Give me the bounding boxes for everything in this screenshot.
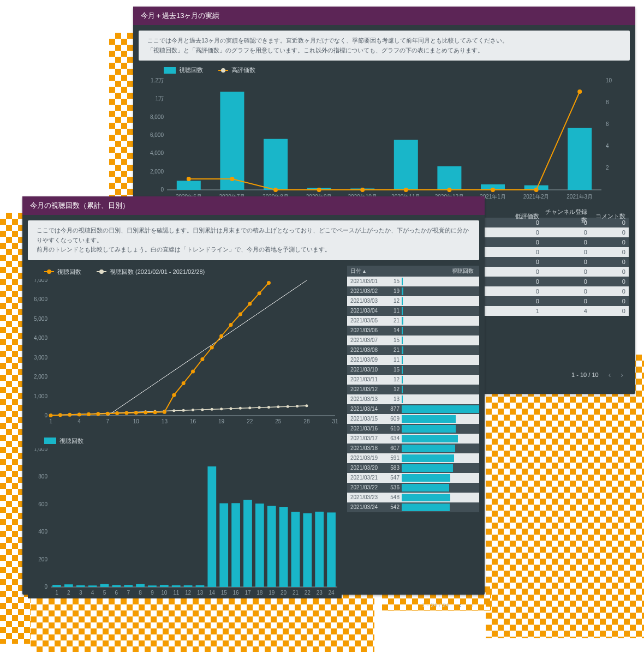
bar[interactable]	[184, 585, 193, 587]
bar[interactable]	[264, 139, 288, 190]
data-point[interactable]	[182, 409, 185, 411]
data-point[interactable]	[220, 408, 223, 410]
data-point[interactable]	[248, 406, 251, 409]
table-row[interactable]: 2021/03/0715	[347, 336, 479, 345]
pager-prev-icon[interactable]: ‹	[459, 601, 462, 609]
legend-item-current[interactable]: 視聴回数	[44, 268, 81, 276]
data-point[interactable]	[192, 409, 194, 411]
table-row[interactable]: 2021/03/16610	[347, 424, 479, 434]
bar[interactable]	[437, 166, 461, 190]
bar[interactable]	[207, 466, 216, 587]
table-row[interactable]: 2021/03/0821	[347, 345, 479, 355]
data-point[interactable]	[267, 281, 271, 285]
data-point[interactable]	[534, 188, 539, 192]
table-row[interactable]: 2021/03/15609	[347, 414, 479, 424]
bar[interactable]	[76, 585, 85, 587]
data-point[interactable]	[191, 369, 195, 373]
data-point[interactable]	[273, 188, 278, 192]
data-point[interactable]	[577, 89, 582, 94]
bar[interactable]	[255, 504, 264, 587]
data-point[interactable]	[182, 381, 186, 385]
data-point[interactable]	[360, 188, 365, 192]
data-point[interactable]	[200, 357, 204, 361]
bar[interactable]	[100, 584, 109, 586]
table-row[interactable]: 2021/03/0521	[347, 316, 479, 326]
bar[interactable]	[291, 512, 300, 587]
bar[interactable]	[177, 181, 201, 190]
table-row[interactable]: 2021/03/0411	[347, 306, 479, 316]
data-point[interactable]	[267, 406, 270, 409]
data-point[interactable]	[238, 312, 242, 316]
bar[interactable]	[279, 507, 288, 587]
table-row[interactable]: 2021/03/1112	[347, 375, 479, 385]
table-row[interactable]: 2021/03/0219	[347, 286, 479, 296]
data-point[interactable]	[58, 413, 62, 417]
bar[interactable]	[88, 585, 97, 587]
table-row[interactable]: 2021/03/20583	[347, 463, 479, 473]
table-row[interactable]: 2021/03/23548	[347, 493, 479, 502]
data-point[interactable]	[77, 412, 81, 416]
bar[interactable]	[172, 585, 181, 587]
data-point[interactable]	[258, 291, 261, 295]
data-point[interactable]	[144, 410, 147, 414]
bar[interactable]	[124, 585, 133, 587]
data-point[interactable]	[447, 188, 451, 192]
table-row[interactable]: 2021/03/1212	[347, 385, 479, 394]
legend-item-previous[interactable]: .lg:nth-child(2) .swatch-line::after{bac…	[97, 268, 205, 276]
table-row[interactable]: 2021/03/24542	[347, 502, 479, 512]
col-header-views[interactable]: 視聴回数	[393, 267, 479, 275]
bar[interactable]	[52, 585, 61, 587]
legend-item-views[interactable]: 視聴回数	[164, 66, 203, 74]
data-point[interactable]	[230, 177, 234, 181]
data-point[interactable]	[248, 302, 252, 305]
bar[interactable]	[231, 503, 240, 587]
bar[interactable]	[196, 585, 205, 587]
data-point[interactable]	[287, 405, 289, 408]
table-row[interactable]: 2021/03/0614	[347, 326, 479, 336]
bar[interactable]	[315, 512, 324, 587]
data-point[interactable]	[239, 407, 242, 410]
data-point[interactable]	[153, 410, 157, 414]
data-point[interactable]	[404, 188, 408, 192]
data-point[interactable]	[229, 407, 232, 410]
data-point[interactable]	[96, 412, 100, 416]
data-point[interactable]	[305, 404, 308, 407]
bar[interactable]	[568, 128, 592, 190]
data-point[interactable]	[124, 411, 128, 415]
bar[interactable]	[219, 503, 228, 586]
bar[interactable]	[160, 585, 169, 587]
table-row[interactable]: 2021/03/0312	[347, 296, 479, 306]
data-point[interactable]	[87, 412, 91, 416]
bar[interactable]	[327, 512, 336, 587]
table-row[interactable]: 2021/03/21547	[347, 473, 479, 483]
data-point[interactable]	[172, 409, 175, 412]
table-row[interactable]: 2021/03/0115	[347, 277, 479, 286]
table-row[interactable]: 2021/03/18607	[347, 444, 479, 453]
table-row[interactable]: 2021/03/19591	[347, 453, 479, 463]
table-row[interactable]: 2021/03/0911	[347, 355, 479, 365]
table-row[interactable]: 2021/03/1313	[347, 394, 479, 404]
data-point[interactable]	[229, 323, 232, 327]
data-point[interactable]	[115, 411, 119, 415]
data-point[interactable]	[172, 393, 176, 397]
data-point[interactable]	[211, 408, 213, 411]
legend-item-likes[interactable]: 高評価数	[218, 66, 255, 74]
data-point[interactable]	[134, 411, 138, 415]
bar[interactable]	[267, 506, 276, 587]
bar[interactable]	[243, 500, 252, 587]
data-point[interactable]	[106, 411, 110, 415]
data-point[interactable]	[210, 345, 214, 349]
bar[interactable]	[112, 585, 121, 587]
data-point[interactable]	[491, 188, 495, 192]
data-point[interactable]	[296, 405, 299, 408]
data-point[interactable]	[317, 188, 321, 192]
pager-next-icon[interactable]: ›	[471, 601, 474, 609]
data-point[interactable]	[277, 405, 279, 408]
pager-next-icon[interactable]: ›	[621, 370, 623, 379]
bar[interactable]	[64, 584, 73, 587]
data-point[interactable]	[68, 413, 71, 417]
table-row[interactable]: 2021/03/1015	[347, 365, 479, 375]
data-point[interactable]	[258, 406, 261, 409]
bar[interactable]	[303, 513, 312, 587]
bar[interactable]	[136, 584, 145, 586]
